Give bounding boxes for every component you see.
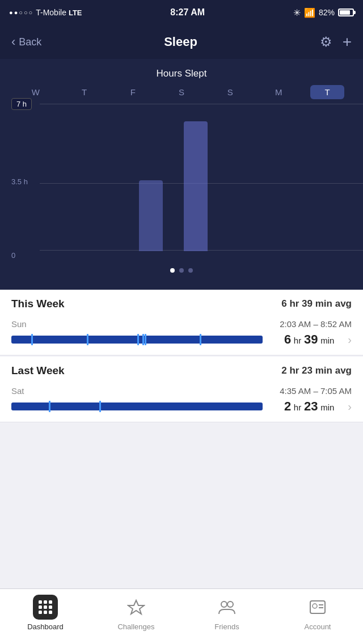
this-week-day: Sun <box>11 319 27 329</box>
friends-icon <box>218 598 236 616</box>
svg-rect-6 <box>39 611 42 614</box>
this-week-label: This Week <box>11 298 65 310</box>
tab-friends[interactable]: Friends <box>182 595 272 631</box>
this-week-header: This Week 6 hr 39 min avg <box>0 290 363 315</box>
page-title: Sleep <box>164 35 197 49</box>
this-week-duration: 6 hr 39 min <box>272 332 334 347</box>
tab-dashboard-label: Dashboard <box>27 622 64 631</box>
day-label-t: T <box>67 87 102 97</box>
last-week-chevron: › <box>348 400 352 413</box>
last-week-section: Last Week 2 hr 23 min avg Sat 4:35 AM – … <box>0 357 363 422</box>
bar-w <box>40 104 85 251</box>
day-label-m: M <box>261 87 296 97</box>
nav-actions: ⚙ + <box>320 33 352 51</box>
battery-pct: 82% <box>319 8 335 17</box>
last-week-avg: 2 hr 23 min avg <box>281 365 352 376</box>
bar-f-fill <box>139 180 163 251</box>
day-label-s1: S <box>164 87 199 97</box>
bar-f <box>129 104 174 251</box>
bar-s2 <box>218 104 263 251</box>
bar-m <box>263 104 307 251</box>
chart-bars <box>40 104 352 251</box>
svg-rect-5 <box>49 605 52 609</box>
nav-bar: ‹ Back Sleep ⚙ + <box>0 25 363 59</box>
this-week-chevron: › <box>348 333 352 346</box>
bar-t <box>85 104 129 251</box>
y-label-7h: 7 h <box>11 98 32 110</box>
y-label-3h: 3.5 h <box>11 177 28 186</box>
tab-challenges-label: Challenges <box>117 622 154 631</box>
last-week-entry[interactable]: Sat 4:35 AM – 7:05 AM 2 hr 23 min › <box>0 382 363 422</box>
svg-rect-1 <box>44 600 47 604</box>
y-label-0: 0 <box>11 251 15 260</box>
carrier-label: T-Mobile <box>36 8 66 17</box>
brightness-icon: ✳ <box>293 7 301 18</box>
svg-point-11 <box>227 601 233 607</box>
day-label-today[interactable]: T <box>310 85 344 99</box>
this-week-entry[interactable]: Sun 2:03 AM – 8:52 AM 6 hr 39 min › <box>0 315 363 355</box>
dot-2 <box>179 268 184 273</box>
chart-area: 7 h 3.5 h 0 <box>11 104 352 262</box>
settings-icon[interactable]: ⚙ <box>320 34 332 50</box>
svg-rect-8 <box>49 611 52 614</box>
status-left: ●●○○○ T-Mobile LTE <box>9 8 82 17</box>
this-week-entry-top: Sun 2:03 AM – 8:52 AM <box>11 319 352 329</box>
day-label-s2: S <box>213 87 247 97</box>
last-week-label: Last Week <box>11 365 65 377</box>
tab-challenges[interactable]: Challenges <box>91 595 182 631</box>
tick-4 <box>142 334 144 345</box>
back-button[interactable]: ‹ Back <box>11 35 41 49</box>
svg-point-13 <box>313 604 317 608</box>
sleep-chart-container: Hours Slept W T F S S M T 7 h 3.5 h 0 <box>0 59 363 290</box>
last-week-sleep-bar <box>11 402 263 410</box>
tab-account-label: Account <box>305 622 331 631</box>
chart-title: Hours Slept <box>0 68 363 79</box>
challenges-icon <box>127 598 145 616</box>
last-week-entry-top: Sat 4:35 AM – 7:05 AM <box>11 386 352 396</box>
dashboard-icon <box>36 598 54 616</box>
dashboard-icon-wrapper <box>33 595 58 620</box>
tick-1 <box>31 334 33 345</box>
back-chevron-icon: ‹ <box>11 35 15 49</box>
bluetooth-icon: 📶 <box>304 7 315 18</box>
svg-rect-7 <box>44 611 47 614</box>
account-icon <box>309 598 327 616</box>
network-label: LTE <box>69 9 82 17</box>
svg-rect-4 <box>44 605 47 609</box>
last-week-time-range: 4:35 AM – 7:05 AM <box>280 386 352 396</box>
tick-3 <box>137 334 139 345</box>
last-week-header: Last Week 2 hr 23 min avg <box>0 357 363 382</box>
bar-s1-fill <box>184 121 208 251</box>
tick-5 <box>145 334 146 345</box>
tab-account[interactable]: Account <box>272 595 363 631</box>
battery-icon <box>338 9 354 16</box>
svg-rect-0 <box>39 600 42 604</box>
last-week-duration: 2 hr 23 min <box>272 399 334 414</box>
this-week-sleep-bar <box>11 336 263 344</box>
account-icon-wrapper <box>305 595 330 620</box>
svg-marker-9 <box>128 600 144 614</box>
back-label: Back <box>19 36 41 48</box>
day-label-w: W <box>19 87 53 97</box>
dot-3 <box>188 268 193 273</box>
pagination-dots <box>0 268 363 273</box>
ltick-2 <box>99 401 101 412</box>
challenges-icon-wrapper <box>124 595 149 620</box>
status-bar: ●●○○○ T-Mobile LTE 8:27 AM ✳ 📶 82% <box>0 0 363 25</box>
svg-rect-3 <box>39 605 42 609</box>
tick-2 <box>87 334 88 345</box>
status-time: 8:27 AM <box>170 7 205 18</box>
last-week-day: Sat <box>11 386 24 396</box>
empty-area <box>0 422 363 519</box>
tab-friends-label: Friends <box>214 622 239 631</box>
bar-today <box>307 104 352 251</box>
this-week-section: This Week 6 hr 39 min avg Sun 2:03 AM – … <box>0 290 363 355</box>
dot-1 <box>170 268 175 273</box>
this-week-time-range: 2:03 AM – 8:52 AM <box>280 319 352 329</box>
tab-bar: Dashboard Challenges Friends <box>0 588 363 644</box>
add-icon[interactable]: + <box>343 33 352 51</box>
svg-rect-2 <box>49 600 52 604</box>
friends-icon-wrapper <box>214 595 239 620</box>
signal-dots: ●●○○○ <box>9 9 33 16</box>
tab-dashboard[interactable]: Dashboard <box>0 595 91 631</box>
